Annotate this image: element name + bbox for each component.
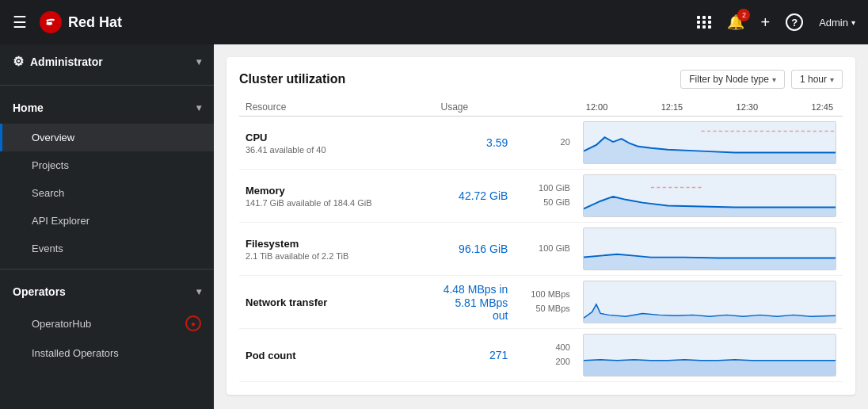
- network-chart-cell: [577, 276, 843, 329]
- filesystem-name: Filesystem: [246, 238, 428, 250]
- top-navbar: ☰ Red Hat 🔔 2 + ? Admin ▾: [0, 0, 868, 44]
- sidebar-divider-2: [0, 269, 214, 269]
- cpu-chart-cell: [577, 117, 843, 170]
- admin-label-text: Admin: [819, 17, 848, 29]
- apps-grid-icon[interactable]: [697, 16, 711, 29]
- network-resource-cell: Network transfer: [239, 276, 435, 329]
- main-content: Cluster utilization Filter by Node type …: [214, 44, 868, 409]
- card-filters: Filter by Node type ▾ 1 hour ▾: [680, 70, 843, 89]
- cpu-usage-value: 3.59: [486, 136, 508, 149]
- sidebar-item-installed-operators[interactable]: Installed Operators: [0, 339, 214, 367]
- time-1245-label: 12:45: [811, 102, 833, 112]
- utilization-table: Resource Usage 12:00 12:15 12:30 12:45: [239, 98, 843, 382]
- card-header: Cluster utilization Filter by Node type …: [239, 70, 843, 89]
- brand-logo-area: Red Hat: [40, 11, 122, 33]
- podcount-name: Pod count: [246, 350, 428, 361]
- filesystem-resource-cell: Filesystem 2.1 TiB available of 2.2 TiB: [239, 223, 435, 276]
- network-usage-cell: 4.48 MBps in 5.81 MBps out: [435, 276, 515, 329]
- card-title: Cluster utilization: [239, 72, 345, 86]
- sidebar-item-api-explorer[interactable]: API Explorer: [0, 207, 214, 235]
- time-1215-label: 12:15: [661, 102, 683, 112]
- filter-time-caret-icon: ▾: [830, 75, 834, 84]
- events-label: Events: [32, 243, 63, 254]
- podcount-chart: [583, 334, 836, 377]
- sidebar: ⚙ Administrator ▾ Home ▾ Overview Projec…: [0, 44, 214, 409]
- col-header-resource: Resource: [239, 98, 435, 117]
- installed-operators-label: Installed Operators: [32, 347, 119, 359]
- admin-menu[interactable]: Admin ▾: [819, 17, 855, 29]
- time-1230-label: 12:30: [737, 102, 759, 112]
- api-explorer-label: API Explorer: [32, 215, 89, 227]
- filesystem-sub: 2.1 TiB available of 2.2 TiB: [246, 251, 428, 261]
- table-row: Memory 141.7 GiB available of 184.4 GiB …: [239, 170, 843, 223]
- network-scale-cell: 100 MBps 50 MBps: [514, 276, 576, 329]
- sidebar-home-section[interactable]: Home ▾: [0, 92, 214, 124]
- home-section-label: Home: [13, 101, 44, 114]
- memory-resource-cell: Memory 141.7 GiB available of 184.4 GiB: [239, 170, 435, 223]
- filter-time-button[interactable]: 1 hour ▾: [791, 70, 843, 89]
- network-out-value: 5.81 MBps out: [441, 296, 508, 322]
- memory-usage-cell: 42.72 GiB: [435, 170, 515, 223]
- sidebar-operators-section[interactable]: Operators ▾: [0, 276, 214, 308]
- podcount-usage-value: 271: [489, 349, 508, 361]
- time-1200-label: 12:00: [586, 102, 608, 112]
- podcount-scale-labels: 400 200: [520, 341, 569, 369]
- table-row: Pod count 271 400 200: [239, 329, 843, 382]
- filesystem-usage-value: 96.16 GiB: [459, 243, 508, 255]
- cpu-chart: [583, 121, 836, 164]
- network-usage-value: 4.48 MBps in 5.81 MBps out: [441, 283, 508, 322]
- network-name: Network transfer: [246, 296, 428, 308]
- admin-section-label: Administrator: [30, 55, 103, 68]
- notifications-bell-icon[interactable]: 🔔 2: [727, 13, 744, 31]
- sidebar-item-search[interactable]: Search: [0, 179, 214, 207]
- table-row: Filesystem 2.1 TiB available of 2.2 TiB …: [239, 223, 843, 276]
- filter-node-caret-icon: ▾: [772, 75, 776, 84]
- admin-caret-icon: ▾: [851, 18, 855, 27]
- home-section-chevron-icon: ▾: [196, 102, 201, 113]
- table-row: Network transfer 4.48 MBps in 5.81 MBps …: [239, 276, 843, 329]
- brand-name-label: Red Hat: [68, 14, 122, 31]
- operatorhub-indicator-icon: ●: [185, 315, 201, 331]
- sidebar-admin-section[interactable]: ⚙ Administrator ▾: [0, 44, 214, 78]
- notifications-badge: 2: [737, 9, 750, 21]
- col-header-scale: [514, 98, 576, 117]
- add-icon[interactable]: +: [760, 13, 770, 32]
- hamburger-icon[interactable]: ☰: [13, 13, 27, 32]
- filesystem-usage-cell: 96.16 GiB: [435, 223, 515, 276]
- filesystem-chart: [583, 227, 836, 270]
- cpu-usage-cell: 3.59: [435, 117, 515, 170]
- col-header-chart: 12:00 12:15 12:30 12:45: [577, 98, 843, 117]
- cpu-scale-cell: 20: [514, 117, 576, 170]
- operatorhub-label: OperatorHub: [32, 318, 91, 330]
- projects-label: Projects: [32, 159, 69, 171]
- sidebar-item-overview[interactable]: Overview: [0, 124, 214, 151]
- filesystem-scale-labels: 100 GiB: [520, 242, 569, 256]
- help-icon[interactable]: ?: [786, 13, 803, 31]
- filesystem-chart-cell: [577, 223, 843, 276]
- redhat-logo-icon: [40, 11, 62, 33]
- podcount-usage-cell: 271: [435, 329, 515, 382]
- operators-section-label: Operators: [13, 285, 66, 298]
- nav-right-area: 🔔 2 + ? Admin ▾: [697, 13, 855, 32]
- memory-name: Memory: [246, 185, 428, 197]
- network-scale-labels: 100 MBps 50 MBps: [520, 288, 569, 315]
- sidebar-divider-1: [0, 85, 214, 86]
- podcount-resource-cell: Pod count: [239, 329, 435, 382]
- filter-node-type-button[interactable]: Filter by Node type ▾: [680, 70, 785, 89]
- network-chart: [583, 281, 836, 323]
- main-layout: ⚙ Administrator ▾ Home ▾ Overview Projec…: [0, 44, 868, 409]
- cpu-scale-labels: 20: [520, 136, 569, 150]
- sidebar-item-events[interactable]: Events: [0, 235, 214, 262]
- sidebar-item-operatorhub[interactable]: OperatorHub ●: [0, 308, 214, 339]
- memory-scale-cell: 100 GiB 50 GiB: [514, 170, 576, 223]
- col-header-usage: Usage: [435, 98, 515, 117]
- admin-section-icon: ⚙: [13, 54, 24, 69]
- memory-scale-labels: 100 GiB 50 GiB: [520, 182, 569, 209]
- cpu-name: CPU: [246, 132, 428, 143]
- memory-sub: 141.7 GiB available of 184.4 GiB: [246, 198, 428, 208]
- admin-section-chevron-icon: ▾: [196, 56, 201, 67]
- sidebar-item-projects[interactable]: Projects: [0, 151, 214, 179]
- network-in-value: 4.48 MBps in: [441, 283, 508, 296]
- filter-time-label: 1 hour: [800, 74, 827, 85]
- search-label: Search: [32, 187, 64, 199]
